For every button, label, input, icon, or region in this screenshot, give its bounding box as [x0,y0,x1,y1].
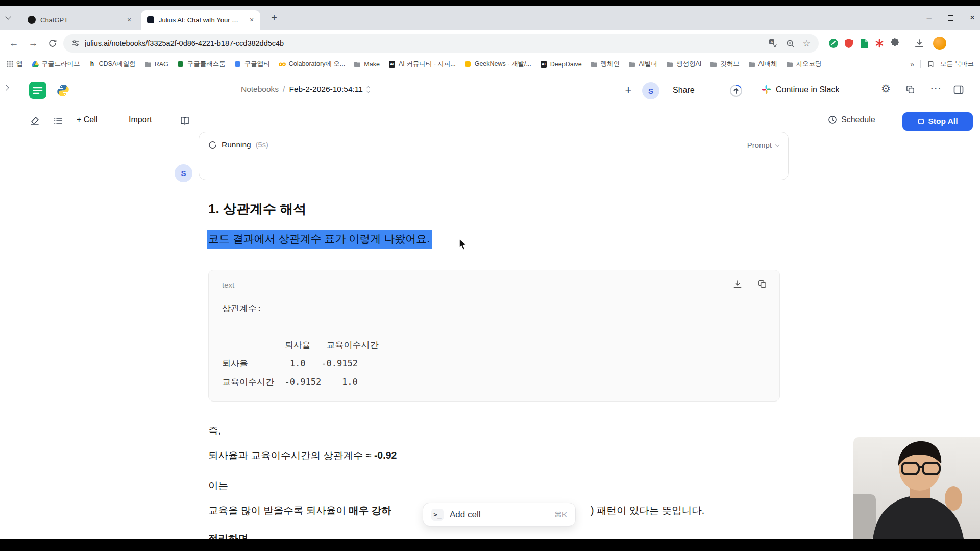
bookmarks-bar: 앱구글드라이브hCDSA메일함RAG구글클래스룸구글앱티Colaboratory… [0,57,980,71]
bookmark-item[interactable]: RAG [144,61,168,68]
extension-shield-icon[interactable] [842,37,855,50]
colab-bookmark-icon [279,61,286,68]
avatar-letter: S [648,87,653,95]
maximize-button[interactable] [948,15,953,21]
bookmark-item[interactable]: 생성형AI [666,60,701,68]
all-bookmarks-label[interactable]: 모든 북마크 [940,60,974,68]
bookmark-item[interactable]: AiDeepDaive [540,61,582,68]
bookmark-item[interactable]: GeekNews - 개발/... [464,60,531,68]
ai-bookmark-icon: Ai [540,61,547,68]
import-button[interactable]: Import [129,115,152,124]
address-bar[interactable]: julius.ai/notebooks/f3325a2f-0d86-4221-b… [63,34,819,53]
outline-list-icon[interactable] [53,116,63,128]
python-logo[interactable] [56,84,70,99]
window-controls: – × [927,6,975,30]
drive-bookmark-icon [32,61,39,68]
bookmark-item[interactable]: 깃허브 [710,60,740,68]
paragraph-2: 퇴사율과 교육이수시간의 상관계수 ≈ -0.92 [208,448,397,462]
new-tab-button[interactable]: + [267,11,281,24]
share-button[interactable]: Share [673,86,695,95]
bookmark-star-icon[interactable]: ☆ [803,38,811,49]
more-ellipsis-icon[interactable]: ⋯ [930,82,941,95]
continue-in-slack-button[interactable]: Continue in Slack [762,85,840,94]
sidebar-expand-chevron-icon[interactable] [4,86,8,90]
extension-doc-icon[interactable] [857,37,871,50]
bookmark-item[interactable]: AiAI 커뮤니티 - 지피... [388,60,456,68]
julius-app: Notebooks / Feb-2-2026-10:54:11 + S Shar… [0,71,980,539]
zoom-icon[interactable] [786,39,795,48]
eraser-icon[interactable] [30,116,40,128]
julius-logo[interactable] [29,82,46,101]
prompt-cell[interactable]: Running (5s) Prompt [199,132,789,180]
prompt-dropdown[interactable]: Prompt [747,141,779,149]
letterbox-bar [0,539,980,551]
add-cell-label: Add cell [450,510,480,520]
section-heading: 1. 상관계수 해석 [208,200,306,218]
add-button[interactable]: + [621,83,636,98]
schedule-button[interactable]: Schedule [828,115,875,124]
bookmark-item[interactable]: 앱 [6,60,23,68]
bookmarks-right: » 모든 북마크 [905,60,974,68]
site-info-icon[interactable] [71,39,80,47]
copy-output-icon[interactable] [757,279,767,291]
breadcrumb-section[interactable]: Notebooks [241,85,279,94]
forward-button[interactable]: → [24,35,42,52]
bookmark-item[interactable]: Colaboratory에 오... [279,60,345,68]
bookmarks-overflow-chevron[interactable]: » [910,60,914,68]
running-status: Running [222,140,251,149]
minimize-button[interactable]: – [927,13,932,23]
extensions-puzzle-icon[interactable] [888,37,901,50]
stop-all-button[interactable]: Stop All [902,112,973,131]
close-button[interactable]: × [970,13,975,23]
bookmark-label: 지오코딩 [796,60,822,68]
webcam-overlay [853,437,980,539]
book-icon[interactable] [180,116,190,128]
bookmark-label: 구글클래스룸 [187,60,226,68]
tab-close-icon[interactable]: × [125,15,134,24]
correlation-value: -0.92 [374,449,397,461]
header-avatar[interactable]: S [642,82,659,99]
reload-button[interactable] [44,35,61,52]
upload-progress-button[interactable] [729,84,743,100]
profile-avatar[interactable] [933,37,946,50]
bookmark-item[interactable]: 랭체인 [591,60,620,68]
add-cell-popup[interactable]: >_ Add cell ⌘K [423,503,576,527]
add-cell-toolbar-button[interactable]: + Cell [77,115,97,124]
bookmark-item[interactable]: AI매체 [748,60,777,68]
tab-chatgpt[interactable]: ChatGPT × [21,10,138,30]
bookmark-label: AI매체 [758,60,777,68]
breadcrumb-sort-icon[interactable] [367,87,370,92]
presenter-video [853,437,980,539]
url-text[interactable]: julius.ai/notebooks/f3325a2f-0d86-4221-b… [85,39,284,47]
bookmark-item[interactable]: 구글앱티 [234,60,270,68]
extension-asterisk-icon[interactable] [873,37,886,50]
tab-julius[interactable]: Julius AI: Chat with Your Data × [141,10,260,30]
folder-bookmark-icon [354,61,361,68]
back-button[interactable]: ← [5,35,22,52]
translate-icon[interactable]: A [769,39,778,48]
notebook-title[interactable]: Feb-2-2026-10:54:11 [289,85,362,94]
downloads-icon[interactable] [913,37,926,50]
bookmark-label: GeekNews - 개발/... [475,60,531,68]
bookmark-label: 랭체인 [601,60,620,68]
bookmark-item[interactable]: 구글클래스룸 [177,60,226,68]
browser-window: ChatGPT × Julius AI: Chat with Your Data… [0,6,980,539]
elapsed-time: (5s) [256,141,268,149]
bookmark-item[interactable]: AI빌더 [628,60,657,68]
notes-icon[interactable] [905,85,915,96]
paragraph-2-text: 퇴사율과 교육이수시간의 상관계수 ≈ [208,449,374,461]
bookmark-item[interactable]: Make [354,61,380,68]
tab-search-chevron-icon[interactable] [6,15,10,19]
bookmark-item[interactable]: hCDSA메일함 [89,60,136,68]
tab-close-icon[interactable]: × [247,15,256,24]
schedule-label: Schedule [841,115,875,124]
extension-green-icon[interactable] [827,37,840,50]
bookmark-item[interactable]: 구글드라이브 [32,60,80,68]
download-output-icon[interactable] [732,279,743,291]
settings-gear-icon[interactable]: ⚙ [881,83,891,95]
panel-toggle-icon[interactable] [953,85,964,96]
message-avatar: S [175,164,192,182]
svg-text:A: A [770,40,773,44]
bookmark-item[interactable]: 지오코딩 [786,60,822,68]
cursor-arrow-icon [457,238,469,254]
